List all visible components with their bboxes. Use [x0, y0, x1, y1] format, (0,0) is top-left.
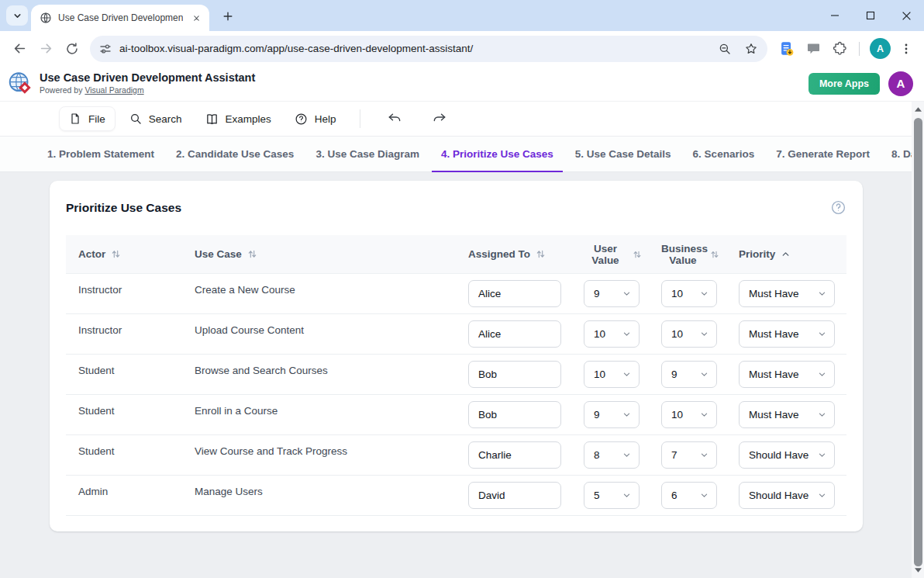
step-tab[interactable]: 3. Use Case Diagram	[306, 137, 429, 171]
url-text[interactable]: ai-toolbox.visual-paradigm.com/app/use-c…	[119, 43, 712, 54]
column-header-business-value[interactable]: Business Value	[661, 243, 739, 266]
help-circle-icon	[830, 199, 846, 216]
assigned-to-input[interactable]	[468, 280, 561, 307]
menu-item-examples[interactable]: Examples	[205, 112, 271, 126]
priority-selected: Must Have	[749, 409, 799, 421]
assigned-to-input[interactable]	[468, 401, 561, 428]
reload-button[interactable]	[59, 36, 85, 62]
browser-menu-button[interactable]	[895, 37, 918, 61]
priority-select[interactable]: Must Have	[739, 361, 835, 388]
close-window-button[interactable]	[888, 0, 924, 31]
user-value-select[interactable]: 10	[584, 361, 640, 388]
close-icon	[902, 11, 912, 21]
forward-arrow-icon	[39, 41, 53, 56]
priority-selected: Must Have	[749, 328, 799, 340]
priority-select[interactable]: Must Have	[739, 401, 835, 428]
step-tab-label: 2. Candidate Use Cases	[176, 148, 294, 160]
user-value-select[interactable]: 5	[584, 482, 640, 509]
menu-item-label: Search	[149, 113, 182, 125]
user-value-select[interactable]: 9	[584, 401, 640, 428]
chevron-down-icon	[622, 370, 631, 379]
tab-search-button[interactable]	[6, 5, 28, 26]
zoom-out-icon[interactable]	[718, 42, 732, 56]
user-value-select[interactable]: 9	[584, 280, 640, 307]
table-row: Admin Manage Users 5 6 Should Have	[66, 476, 846, 516]
assigned-to-input[interactable]	[468, 441, 561, 469]
redo-button[interactable]	[429, 108, 450, 130]
prioritize-panel: Prioritize Use Cases Actor Use Case Assi…	[50, 181, 863, 531]
use-case-cell: Browse and Search Courses	[195, 365, 468, 384]
user-value-selected: 5	[594, 490, 600, 501]
back-button[interactable]	[6, 36, 33, 62]
chevron-down-icon	[622, 330, 631, 338]
browser-tab[interactable]: Use Case Driven Development Assistant	[31, 5, 209, 31]
search-icon	[129, 112, 142, 125]
browser-profile-avatar[interactable]: A	[870, 38, 891, 59]
menu-item-file[interactable]: File	[59, 106, 116, 131]
user-value-selected: 8	[594, 449, 600, 461]
use-case-cell: Manage Users	[195, 486, 468, 505]
user-value-selected: 10	[594, 328, 605, 340]
priority-select[interactable]: Should Have	[739, 441, 835, 469]
user-value-selected: 10	[594, 369, 605, 380]
chevron-down-icon	[818, 410, 826, 419]
visual-paradigm-link[interactable]: Visual Paradigm	[84, 85, 143, 95]
tab-close-icon[interactable]	[189, 11, 203, 25]
column-header-assigned-to[interactable]: Assigned To	[468, 248, 584, 260]
doc-extension-icon[interactable]	[774, 36, 800, 62]
step-tab-label: 1. Problem Statement	[47, 148, 154, 160]
minimize-button[interactable]	[817, 0, 853, 31]
menu-bar: File Search Examples Help	[0, 102, 924, 137]
priority-select[interactable]: Must Have	[739, 280, 835, 307]
business-value-select[interactable]: 9	[661, 361, 717, 388]
business-value-select[interactable]: 10	[661, 320, 717, 348]
step-tab[interactable]: 7. Generate Report	[767, 137, 879, 171]
feedback-bubble-icon[interactable]	[800, 36, 826, 62]
business-value-select[interactable]: 6	[661, 482, 717, 509]
panel-help-button[interactable]	[830, 199, 846, 216]
menu-item-help[interactable]: Help	[295, 112, 336, 126]
toolbar-divider	[859, 42, 860, 56]
assigned-to-input[interactable]	[468, 361, 561, 388]
undo-button[interactable]	[384, 108, 405, 130]
business-value-select[interactable]: 10	[661, 280, 717, 307]
priority-selected: Must Have	[749, 288, 799, 299]
step-tab[interactable]: 1. Problem Statement	[38, 137, 164, 171]
column-header-use-case[interactable]: Use Case	[195, 248, 468, 260]
menu-item-search[interactable]: Search	[129, 112, 182, 125]
step-tab-label: 4. Prioritize Use Cases	[441, 148, 553, 160]
user-value-select[interactable]: 8	[584, 441, 640, 469]
extensions-puzzle-icon[interactable]	[826, 36, 853, 62]
actor-cell: Instructor	[78, 324, 195, 344]
priority-select[interactable]: Must Have	[739, 320, 835, 348]
scrollbar-up-arrow[interactable]	[912, 103, 924, 116]
app-user-avatar[interactable]: A	[888, 71, 913, 96]
assigned-to-input[interactable]	[468, 482, 561, 509]
step-tab[interactable]: 2. Candidate Use Cases	[167, 137, 303, 171]
sort-both-icon	[710, 250, 719, 259]
file-icon	[69, 112, 81, 125]
forward-button[interactable]	[33, 36, 59, 62]
step-tab[interactable]: 6. Scenarios	[684, 137, 764, 171]
column-header-user-value[interactable]: User Value	[584, 243, 661, 266]
chevron-down-icon	[622, 410, 631, 419]
new-tab-button[interactable]	[217, 5, 239, 27]
address-bar[interactable]: ai-toolbox.visual-paradigm.com/app/use-c…	[90, 36, 767, 62]
step-tab-label: 5. Use Case Details	[575, 148, 671, 160]
step-tab[interactable]: 5. Use Case Details	[566, 137, 681, 171]
user-value-select[interactable]: 10	[584, 320, 640, 348]
scrollbar-down-arrow[interactable]	[912, 564, 924, 576]
business-value-select[interactable]: 10	[661, 401, 717, 428]
bookmark-star-icon[interactable]	[744, 42, 758, 56]
site-settings-icon[interactable]	[99, 43, 112, 55]
column-header-actor[interactable]: Actor	[78, 248, 195, 260]
column-header-priority[interactable]: Priority	[739, 248, 846, 260]
business-value-select[interactable]: 7	[661, 441, 717, 469]
reload-icon	[65, 42, 79, 56]
step-tab[interactable]: 4. Prioritize Use Cases	[432, 137, 563, 171]
more-apps-button[interactable]: More Apps	[808, 73, 880, 95]
scrollbar-thumb[interactable]	[914, 118, 922, 566]
priority-select[interactable]: Should Have	[739, 482, 835, 509]
assigned-to-input[interactable]	[468, 320, 561, 348]
maximize-button[interactable]	[853, 0, 888, 31]
